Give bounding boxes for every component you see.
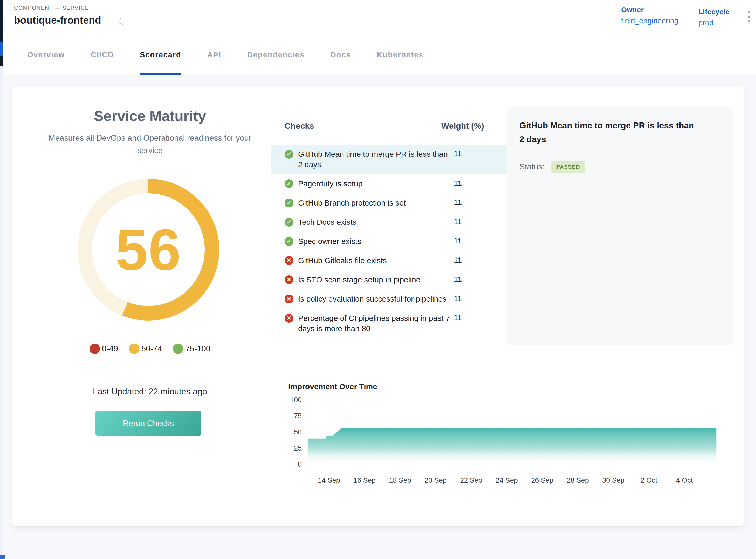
check-row[interactable]: ✓GitHub Mean time to merge PR is less th…: [271, 144, 507, 174]
weight-column-header: Weight (%): [441, 121, 507, 131]
check-failed-icon: ✕: [284, 314, 293, 322]
sidebar-rail-active-indicator: [0, 42, 3, 56]
scorecard-card: Service Maturity Measures all DevOps and…: [13, 86, 743, 526]
check-weight: 11: [454, 294, 507, 303]
breadcrumb: COMPONENT — SERVICE: [14, 5, 89, 11]
check-weight: 11: [454, 255, 507, 265]
scorecard-title: Service Maturity: [28, 108, 272, 124]
x-tick-label: 28 Sep: [567, 476, 589, 485]
status-badge: PASSED: [551, 161, 585, 173]
check-label: Percentage of CI pipelines passing in pa…: [298, 313, 454, 334]
legend-label: 75-100: [185, 344, 210, 354]
check-passed-icon: ✓: [284, 218, 293, 227]
y-tick-label: 75: [278, 412, 302, 420]
lifecycle-block: Lifecycle prod: [698, 8, 730, 27]
owner-label[interactable]: Owner: [621, 6, 679, 14]
tab-ci-cd[interactable]: CI/CD: [91, 35, 114, 75]
favorite-star-icon[interactable]: ☆: [116, 16, 125, 27]
owner-value-link[interactable]: field_engineering: [621, 17, 679, 25]
rerun-checks-button[interactable]: Rerun Checks: [95, 411, 201, 436]
x-tick-label: 18 Sep: [389, 476, 411, 485]
x-tick-label: 26 Sep: [531, 476, 553, 485]
check-label: GitHub Branch protection is set: [298, 198, 454, 208]
legend-dot: [173, 343, 183, 354]
x-tick-label: 24 Sep: [496, 476, 518, 485]
legend-item: 50-74: [129, 343, 162, 354]
check-detail-title: GitHub Mean time to merge PR is less tha…: [520, 118, 701, 146]
last-updated-text: Last Updated: 22 minutes ago: [28, 387, 272, 397]
y-tick-label: 100: [278, 396, 302, 404]
score-area-series: [308, 428, 716, 464]
maturity-score: 56: [76, 177, 221, 322]
check-status-row: Status: PASSED: [520, 161, 585, 173]
legend-item: 0-49: [90, 343, 118, 354]
legend-dot: [90, 343, 100, 354]
legend-item: 75-100: [173, 343, 210, 354]
owner-block: Owner field_engineering: [621, 6, 679, 25]
check-passed-icon: ✓: [284, 150, 293, 159]
tab-overview[interactable]: Overview: [27, 35, 65, 75]
check-weight: 11: [454, 274, 507, 284]
checks-list: ✓GitHub Mean time to merge PR is less th…: [271, 144, 507, 338]
sidebar-rail-dark-segment: [0, 0, 3, 66]
status-label: Status:: [520, 162, 545, 172]
y-tick-label: 25: [278, 444, 302, 452]
x-tick-label: 20 Sep: [425, 476, 447, 485]
legend-dot: [129, 343, 139, 354]
area-chart-svg: [271, 363, 733, 514]
tab-scorecard[interactable]: Scorecard: [140, 35, 181, 75]
check-weight: 11: [454, 198, 507, 207]
check-failed-icon: ✕: [284, 256, 293, 265]
check-weight: 11: [454, 179, 507, 188]
lifecycle-label: Lifecycle: [698, 8, 730, 16]
collapsed-sidebar-rail[interactable]: [0, 0, 3, 559]
x-tick-label: 16 Sep: [353, 476, 376, 485]
score-legend: 0-4950-7475-100: [28, 343, 272, 354]
checks-column-header: Checks: [284, 121, 314, 131]
check-label: GitHub Mean time to merge PR is less tha…: [298, 149, 454, 170]
check-weight: 11: [454, 149, 507, 158]
check-label: Is STO scan stage setup in pipeline: [298, 274, 454, 285]
check-row[interactable]: ✓GitHub Branch protection is set11: [271, 193, 507, 213]
kebab-menu-icon[interactable]: [748, 12, 750, 22]
check-weight: 11: [454, 313, 507, 322]
checks-panel: GitHub Mean time to merge PR is less tha…: [271, 107, 733, 345]
scorecard-subtitle: Measures all DevOps and Operational read…: [36, 132, 264, 157]
improvement-chart-panel: Improvement Over Time 0255075100 14 Sep1…: [271, 362, 733, 513]
check-row[interactable]: ✓Tech Docs exists11: [271, 213, 507, 232]
x-tick-label: 14 Sep: [318, 476, 340, 485]
tab-api[interactable]: API: [207, 35, 221, 75]
check-label: Pagerduty is setup: [298, 179, 454, 189]
sidebar-rail-bottom-accent: [0, 555, 5, 559]
check-failed-icon: ✕: [284, 294, 293, 304]
check-row[interactable]: ✕Is STO scan stage setup in pipeline11: [271, 270, 507, 289]
check-row[interactable]: ✓Spec owner exists11: [271, 232, 507, 251]
tab-docs[interactable]: Docs: [330, 35, 351, 75]
check-detail-pane: GitHub Mean time to merge PR is less tha…: [507, 107, 733, 345]
check-row[interactable]: ✕Is policy evaluation successful for pip…: [271, 289, 507, 309]
check-row[interactable]: ✓Pagerduty is setup11: [271, 174, 507, 193]
check-passed-icon: ✓: [284, 179, 293, 188]
x-tick-label: 4 Oct: [676, 476, 693, 485]
x-tick-label: 22 Sep: [460, 476, 482, 485]
y-tick-label: 0: [278, 461, 302, 468]
legend-label: 0-49: [102, 344, 118, 354]
page-title: boutique-frontend: [14, 15, 101, 26]
x-tick-label: 30 Sep: [602, 476, 624, 485]
check-weight: 11: [454, 217, 507, 226]
entity-tabs: OverviewCI/CDScorecardAPIDependenciesDoc…: [3, 35, 756, 75]
check-failed-icon: ✕: [284, 275, 293, 284]
tab-kubernetes[interactable]: Kubernetes: [377, 35, 423, 75]
check-label: Spec owner exists: [298, 236, 454, 247]
maturity-gauge: 56: [76, 177, 221, 322]
tab-dependencies[interactable]: Dependencies: [247, 35, 304, 75]
check-label: GitHub Gitleaks file exists: [298, 255, 454, 266]
legend-label: 50-74: [141, 344, 162, 354]
check-row[interactable]: ✕Percentage of CI pipelines passing in p…: [271, 309, 507, 338]
app-window: COMPONENT — SERVICE boutique-frontend ☆ …: [0, 0, 756, 559]
lifecycle-value: prod: [698, 19, 730, 27]
check-label: Is policy evaluation successful for pipe…: [298, 294, 454, 304]
check-row[interactable]: ✕GitHub Gitleaks file exists11: [271, 251, 507, 270]
check-weight: 11: [454, 236, 507, 245]
y-tick-label: 50: [278, 428, 302, 436]
